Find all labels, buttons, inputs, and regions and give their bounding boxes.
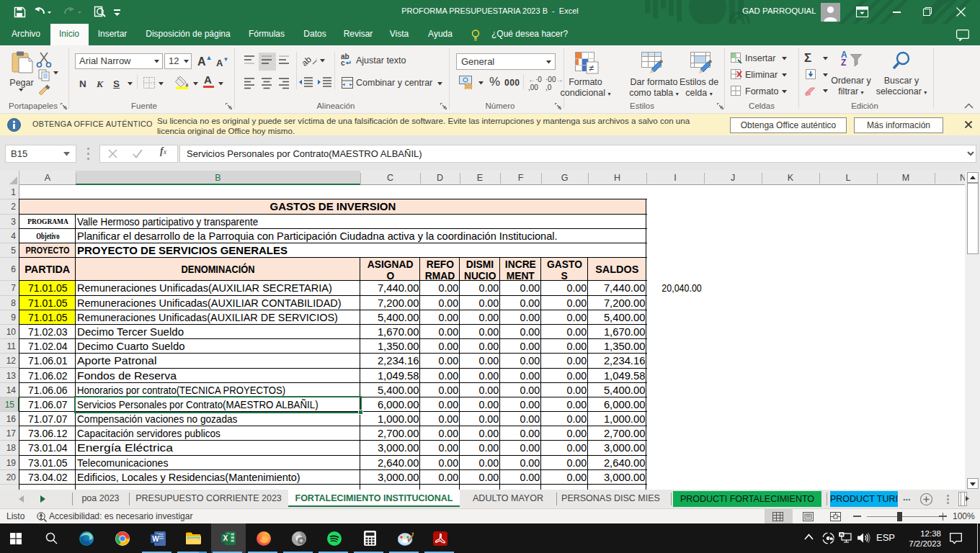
svg-text:≠: ≠: [589, 63, 594, 73]
svg-text:c: c: [341, 59, 345, 67]
svg-text:X: X: [223, 534, 228, 542]
svg-text:W: W: [152, 535, 159, 543]
svg-text:ab: ab: [303, 54, 313, 67]
